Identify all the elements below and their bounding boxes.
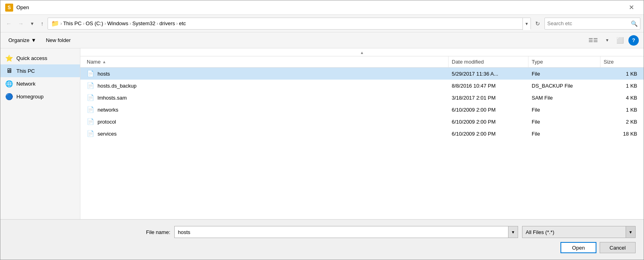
- file-date-cell: 6/10/2009 2:00 PM: [449, 128, 528, 139]
- file-date-cell: 5/29/2017 11:36 A...: [449, 68, 528, 79]
- filename-dropdown-button[interactable]: ▼: [508, 226, 518, 238]
- forward-button[interactable]: →: [16, 19, 26, 28]
- sidebar-item-network[interactable]: 🌐 Network: [0, 77, 80, 90]
- file-icon: 📄: [87, 106, 94, 113]
- table-row[interactable]: 📄 lmhosts.sam 3/18/2017 2:01 PM SAM File…: [80, 92, 644, 104]
- file-type-cell: File: [528, 116, 600, 127]
- open-button[interactable]: Open: [560, 242, 596, 253]
- file-name: hosts.ds_backup: [98, 83, 137, 89]
- file-date-cell: 8/8/2016 10:47 PM: [449, 80, 528, 91]
- file-size-cell: 18 KB: [600, 128, 640, 139]
- col-header-date[interactable]: Date modified: [449, 56, 528, 67]
- app-icon: S: [5, 4, 13, 12]
- file-name: hosts: [98, 71, 110, 77]
- recent-button[interactable]: ▼: [28, 20, 37, 28]
- organize-button[interactable]: Organize ▼: [5, 36, 40, 45]
- file-name-cell: 📄 protocol: [84, 116, 449, 128]
- table-row[interactable]: 📄 networks 6/10/2009 2:00 PM File 1 KB: [80, 104, 644, 116]
- search-box: 🔍: [544, 18, 640, 30]
- toolbar: Organize ▼ New folder ☰☰ ▼ ⬜ ?: [0, 32, 644, 48]
- bottom-area: File name: ▼ All Files (*.*) ▼ Open Canc…: [0, 219, 644, 260]
- sort-icon: ▲: [102, 60, 106, 64]
- col-name-label: Name: [87, 59, 101, 65]
- file-date-cell: 6/10/2009 2:00 PM: [449, 104, 528, 115]
- new-folder-label: New folder: [46, 37, 71, 43]
- file-date-cell: 6/10/2009 2:00 PM: [449, 116, 528, 127]
- file-type-cell: SAM File: [528, 92, 600, 103]
- path-windows: Windows: [107, 20, 128, 26]
- table-row[interactable]: 📄 hosts 5/29/2017 11:36 A... File 1 KB: [80, 68, 644, 80]
- path-system32: System32: [132, 20, 156, 26]
- folder-icon: 📁: [51, 20, 59, 27]
- title-bar: S Open ✕: [0, 0, 644, 15]
- path-this-pc: This PC: [63, 20, 82, 26]
- file-icon: 📄: [87, 118, 94, 125]
- file-name: lmhosts.sam: [98, 95, 127, 101]
- file-type-cell: DS_BACKUP File: [528, 80, 600, 91]
- address-path[interactable]: 📁 › This PC › OS (C:) › Windows › System…: [48, 18, 531, 30]
- col-header-type[interactable]: Type: [528, 56, 600, 67]
- path-os: OS (C:): [86, 20, 103, 26]
- col-date-label: Date modified: [452, 59, 484, 65]
- close-button[interactable]: ✕: [622, 2, 640, 14]
- file-name-cell: 📄 hosts: [84, 68, 449, 80]
- view-dropdown-button[interactable]: ▼: [602, 36, 612, 44]
- help-button[interactable]: ?: [628, 35, 639, 46]
- file-name: services: [98, 131, 117, 137]
- filename-label: File name:: [146, 229, 170, 235]
- file-name-cell: 📄 lmhosts.sam: [84, 92, 449, 104]
- table-row[interactable]: 📄 protocol 6/10/2009 2:00 PM File 2 KB: [80, 116, 644, 128]
- sidebar-item-label-this-pc: This PC: [16, 68, 35, 74]
- table-row[interactable]: 📄 hosts.ds_backup 8/8/2016 10:47 PM DS_B…: [80, 80, 644, 92]
- file-size-cell: 4 KB: [600, 92, 640, 103]
- filename-input[interactable]: [175, 226, 508, 238]
- path-drivers: drivers: [160, 20, 175, 26]
- sidebar-item-this-pc[interactable]: 🖥 This PC: [0, 64, 80, 77]
- address-dropdown-button[interactable]: ▼: [522, 18, 530, 30]
- file-name: protocol: [98, 119, 116, 125]
- main-content: ⭐ Quick access 🖥 This PC 🌐 Network 🔵 Hom…: [0, 48, 644, 219]
- preview-pane-button[interactable]: ⬜: [614, 35, 627, 46]
- file-name-cell: 📄 networks: [84, 104, 449, 116]
- search-icon[interactable]: 🔍: [631, 20, 638, 27]
- file-size-cell: 1 KB: [600, 68, 640, 79]
- new-folder-button[interactable]: New folder: [43, 36, 74, 45]
- file-list: 📄 hosts 5/29/2017 11:36 A... File 1 KB 📄…: [80, 68, 644, 219]
- file-date-cell: 3/18/2017 2:01 PM: [449, 92, 528, 103]
- file-area: ▲ Name ▲ Date modified Type Size: [80, 48, 644, 219]
- refresh-button[interactable]: ↻: [532, 18, 543, 29]
- filetype-select: All Files (*.*) ▼: [522, 226, 636, 238]
- sidebar-item-quick-access[interactable]: ⭐ Quick access: [0, 52, 80, 64]
- search-input[interactable]: [547, 20, 629, 26]
- file-icon: 📄: [87, 70, 94, 77]
- file-type-cell: File: [528, 128, 600, 139]
- filetype-label: All Files (*.*): [522, 229, 626, 235]
- file-size-cell: 1 KB: [600, 104, 640, 115]
- col-header-name[interactable]: Name ▲: [84, 56, 449, 67]
- this-pc-icon: 🖥: [5, 67, 13, 75]
- sort-indicator: ▲: [80, 48, 644, 56]
- file-icon: 📄: [87, 130, 94, 137]
- file-size-cell: 2 KB: [600, 116, 640, 127]
- sidebar-item-homegroup[interactable]: 🔵 Homegroup: [0, 90, 80, 103]
- file-icon: 📄: [87, 94, 94, 101]
- homegroup-icon: 🔵: [5, 92, 13, 100]
- quick-access-icon: ⭐: [5, 54, 13, 62]
- file-name-cell: 📄 hosts.ds_backup: [84, 80, 449, 92]
- sidebar: ⭐ Quick access 🖥 This PC 🌐 Network 🔵 Hom…: [0, 48, 80, 219]
- file-type-cell: File: [528, 68, 600, 79]
- filetype-dropdown-button[interactable]: ▼: [626, 226, 635, 238]
- sidebar-item-label-quick-access: Quick access: [16, 55, 47, 61]
- table-row[interactable]: 📄 services 6/10/2009 2:00 PM File 18 KB: [80, 128, 644, 140]
- list-view-button[interactable]: ☰☰: [586, 35, 601, 45]
- col-header-size[interactable]: Size: [600, 56, 640, 67]
- file-type-cell: File: [528, 104, 600, 115]
- file-size-cell: 1 KB: [600, 80, 640, 91]
- organize-label: Organize: [8, 37, 30, 43]
- filename-input-wrap: ▼: [174, 226, 518, 238]
- cancel-button[interactable]: Cancel: [600, 242, 636, 253]
- sidebar-item-label-network: Network: [16, 81, 36, 87]
- path-etc: etc: [179, 20, 186, 26]
- up-button[interactable]: ↑: [38, 19, 46, 28]
- back-button[interactable]: ←: [4, 19, 14, 28]
